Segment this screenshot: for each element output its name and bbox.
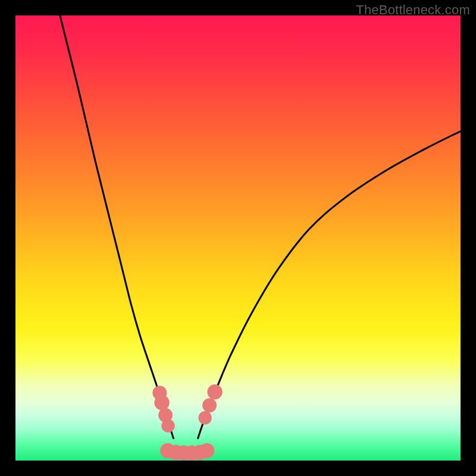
- watermark-text: TheBottleneck.com: [356, 2, 470, 18]
- marker-dot: [161, 419, 174, 432]
- marker-dot: [154, 395, 169, 410]
- series-right-curve: [198, 131, 461, 438]
- markers-group: [152, 384, 222, 461]
- marker-dot: [198, 411, 211, 424]
- marker-dot: [199, 443, 214, 458]
- chart-overlay: [15, 15, 461, 461]
- curves-group: [60, 15, 461, 454]
- series-left-curve: [60, 15, 174, 439]
- chart-frame: TheBottleneck.com: [0, 0, 476, 476]
- marker-dot: [207, 384, 222, 399]
- marker-dot: [202, 398, 217, 412]
